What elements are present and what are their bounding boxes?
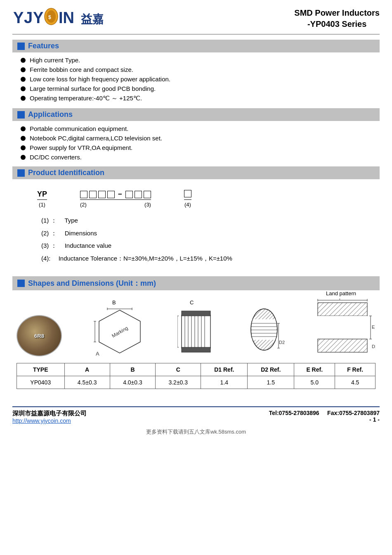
svg-text:Y: Y [13,9,24,26]
svg-rect-49 [318,316,367,339]
prod-id-field-1: (1) ： Type [41,216,367,225]
table-header-a: A [64,363,110,376]
list-item: Large terminal surface for good PCB bond… [21,85,380,92]
company-name: 深圳市益嘉源电子有限公司 [12,410,87,417]
list-item: High current Type. [21,57,380,64]
part-number-diagram: YP (1) − (2) [37,190,367,208]
prod-id-field-4: (4): Inductance Tolerance：N=±30%,M=±20%，… [41,254,367,263]
cell-f: 4.5 [335,376,375,389]
pn-box [125,191,133,198]
shapes-title: Shapes and Dimensions (Unit：mm) [28,278,156,288]
pn-prefix-text: YP [37,190,47,198]
table-header-type: TYPE [17,363,65,376]
inductor-photo-area: 6R8 [17,315,62,356]
top-view-area: B Marking A [91,307,149,356]
product-id-section-header: Product Identification [12,166,380,179]
logo-icon: Y J Y $ IN 益嘉源 [12,7,103,27]
cell-c: 3.2±0.3 [156,376,201,389]
shapes-blue-square [17,280,25,287]
svg-rect-48 [318,303,367,316]
svg-text:$: $ [48,14,51,20]
svg-text:F: F [339,299,342,301]
title-area: SMD Power Inductors -YP0403 Series [294,7,380,30]
table-row: YP0403 4.5±0.3 4.0±0.3 3.2±0.3 1.4 1.5 5… [17,376,375,389]
land-pattern-area: Land pattern [314,299,375,356]
inductor-photo: 6R8 [17,315,62,356]
header: Y J Y $ IN 益嘉源 SMD Power Inductors -YP04… [12,7,380,35]
applications-list: Portable communication equipment. Notebo… [21,125,380,161]
features-blue-square [17,43,25,50]
pn-dash: − [118,190,122,199]
feature-text: High current Type. [30,57,80,64]
logo-area: Y J Y $ IN 益嘉源 [12,7,103,27]
footer-right: Tel:0755-27803896 Fax:0755-27803897 - 1 … [269,410,380,423]
pn-label-2: (2) (3) [80,202,151,208]
company-url-link[interactable]: http://www.yjycoin.com [12,417,71,424]
pn-boxes-2: − [80,190,151,200]
svg-rect-17 [182,315,210,348]
side-view-c-svg [177,307,215,356]
company-url[interactable]: http://www.yjycoin.com [12,417,87,424]
svg-rect-50 [318,339,367,352]
bullet-dot [21,86,26,91]
table-header-b: B [110,363,155,376]
footer-left: 深圳市益嘉源电子有限公司 http://www.yjycoin.com [12,410,87,424]
svg-text:E: E [372,325,375,330]
table-header-d2: D2 Ref. [248,363,294,376]
pn-boxes-4 [184,190,191,200]
table-header-d1: D1 Ref. [201,363,248,376]
pn-box [107,191,115,198]
table-header-row: TYPE A B C D1 Ref. D2 Ref. E Ref. F Ref. [17,363,375,376]
features-title: Features [28,42,59,50]
cell-a: 4.5±0.3 [64,376,110,389]
svg-text:J: J [24,9,33,26]
bullet-dot [21,67,26,72]
list-item: Ferrite bobbin core and compact size. [21,66,380,73]
label-c: C [190,299,194,306]
tel: Tel:0755-27803896 [269,410,319,416]
watermark-text: 更多资料下载请到五八文库wk.58sms.com [146,429,246,435]
land-pattern-label: Land pattern [326,290,356,296]
list-item: Power supply for VTR,OA equipment. [21,144,380,151]
footer: 深圳市益嘉源电子有限公司 http://www.yjycoin.com Tel:… [12,406,380,424]
svg-text:D2: D2 [279,340,285,345]
page-number: - 1 - [269,416,380,423]
application-text: Portable communication equipment. [30,125,128,132]
pn-box [135,191,142,198]
shapes-section-header: Shapes and Dimensions (Unit：mm) [12,276,380,290]
dimensions-table: TYPE A B C D1 Ref. D2 Ref. E Ref. F Ref.… [17,363,375,389]
watermark-bar: 更多资料下载请到五八文库wk.58sms.com [12,428,380,436]
applications-section-header: Applications [12,108,380,121]
inductor-label: 6R8 [34,333,44,339]
cell-b: 4.0±0.3 [110,376,155,389]
feature-text: Low core loss for high frequency power a… [30,76,170,83]
application-text: Notebook PC,digital carmera,LCD televisi… [30,135,162,142]
feature-text: Ferrite bobbin core and compact size. [30,66,133,73]
sub-title: -YP0403 Series [294,19,380,30]
cell-d1: 1.4 [201,376,248,389]
bullet-dot [21,58,26,63]
product-id-blue-square [17,169,25,177]
bullet-dot [21,96,26,101]
main-title: SMD Power Inductors [294,7,380,19]
application-text: DC/DC converters. [30,154,82,161]
pn-box [144,191,151,198]
pn-prefix: YP [37,190,47,200]
side-view-d-svg: D1 D2 [243,303,285,356]
page: Y J Y $ IN 益嘉源 SMD Power Inductors -YP04… [0,0,392,555]
svg-text:Y: Y [33,9,43,26]
list-item: DC/DC converters. [21,154,380,161]
cell-d2: 1.5 [248,376,294,389]
fax: Fax:0755-27803897 [327,410,380,416]
table-header-e: E Ref. [294,363,335,376]
cell-type: YP0403 [17,376,65,389]
pn-box [80,191,87,198]
feature-text: Operating temperature:-40℃ ～ +125℃. [30,95,142,102]
svg-text:D2: D2 [372,344,375,349]
features-section-header: Features [12,40,380,52]
contact-info: Tel:0755-27803896 Fax:0755-27803897 [269,410,380,416]
svg-rect-26 [182,347,210,352]
applications-blue-square [17,111,25,119]
top-view-svg: Marking A [91,307,149,356]
bullet-dot [21,77,26,82]
